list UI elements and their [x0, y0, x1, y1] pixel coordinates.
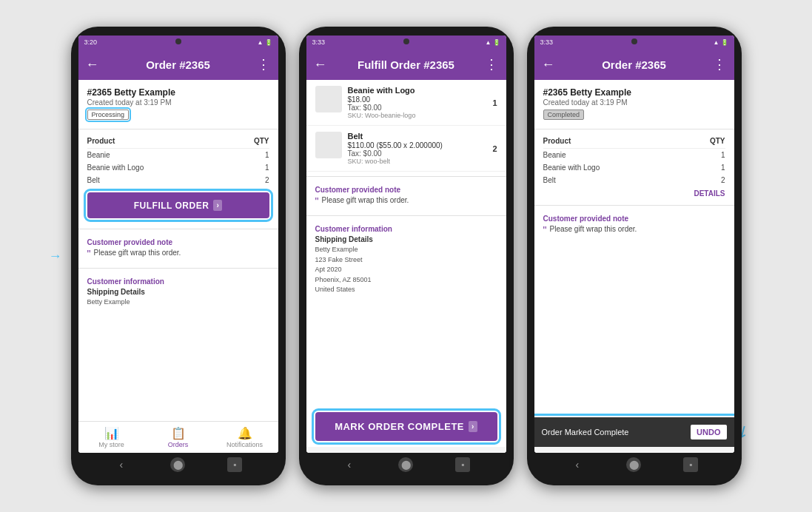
completed-status-badge: Completed	[543, 110, 585, 120]
order-info: #2365 Betty Example Created today at 3:1…	[78, 80, 278, 124]
screen-content-2: Beanie with Logo $18.00 Tax: $0.00 SKU: …	[306, 80, 506, 453]
phone-device-1: 3:20 ▲ 🔋 ← Order #2365 ⋮ #2365 Betty Exa…	[71, 27, 286, 485]
home-nav-btn[interactable]: ⬤	[170, 457, 185, 472]
recents-nav-btn-2[interactable]: ▪	[455, 457, 470, 472]
snackbar-message: Order Marked Complete	[542, 428, 629, 437]
phone-2: 3:33 ▲ 🔋 ← Fulfill Order #2365 ⋮ Beanie …	[299, 27, 514, 485]
phone-screen-3: 3:33 ▲ 🔋 ← Order #2365 ⋮ #2365 Betty Exa…	[534, 36, 734, 453]
table-row: Beanie with Logo 1	[543, 161, 725, 174]
customer-note-title: Customer provided note	[87, 238, 269, 246]
status-icons-2: ▲ 🔋	[486, 39, 500, 46]
wifi-icon-3: ▲	[714, 39, 719, 46]
recents-nav-btn[interactable]: ▪	[227, 457, 242, 472]
table-row: Beanie 1	[87, 149, 269, 161]
customer-note-text: " Please gift wrap this order.	[87, 249, 269, 259]
phone-3: ↙ 3:33 ▲ 🔋 ← Order #2365 ⋮ #2365 Betty E…	[527, 27, 742, 485]
mark-complete-button[interactable]: MARK ORDER COMPLETE ›	[315, 412, 497, 441]
undo-button[interactable]: UNDO	[691, 425, 726, 439]
order-date-3: Created today at 3:19 PM	[543, 98, 725, 107]
android-nav-bar-3: ‹ ⬤ ▪	[534, 453, 734, 476]
order-name-3: #2365 Betty Example	[543, 87, 725, 98]
customer-note-text-3: " Please gift wrap this order.	[543, 225, 725, 235]
home-nav-btn-2[interactable]: ⬤	[398, 457, 413, 472]
back-button-2[interactable]: ←	[314, 57, 327, 73]
product-name: Beanie	[543, 151, 566, 159]
divider-p3-2	[534, 205, 734, 206]
snackbar: Order Marked Complete UNDO	[534, 417, 734, 447]
item-qty-1: 1	[492, 98, 497, 107]
screen-content-1: #2365 Betty Example Created today at 3:1…	[78, 80, 278, 453]
app-bar-title: Order #2365	[146, 58, 210, 71]
shipping-address: Betty Example	[87, 297, 269, 308]
nav-notifications[interactable]: 🔔 Notifications	[212, 426, 278, 448]
phone-camera	[175, 38, 181, 44]
item-info-2: Belt $110.00 ($55.00 x 2.000000) Tax: $0…	[348, 132, 487, 165]
divider-3	[78, 268, 278, 269]
customer-info-2: Customer information Shipping Details Be…	[306, 220, 506, 300]
back-nav-btn-3[interactable]: ‹	[570, 457, 585, 472]
fulfill-order-button[interactable]: FULFILL ORDER ›	[87, 192, 269, 218]
menu-button[interactable]: ⋮	[257, 56, 270, 73]
divider-p3-1	[534, 129, 734, 129]
home-nav-btn-3[interactable]: ⬤	[626, 457, 641, 472]
shipping-title-2: Shipping Details	[315, 235, 497, 243]
table-row: Beanie 1	[543, 149, 725, 161]
status-time: 3:20	[84, 38, 98, 46]
back-button-3[interactable]: ←	[542, 57, 555, 73]
nav-orders[interactable]: 📋 Orders	[145, 426, 212, 448]
customer-note-title-2: Customer provided note	[315, 186, 497, 194]
quote-icon: "	[87, 249, 91, 259]
notifications-icon: 🔔	[238, 426, 252, 440]
app-bar-title-2: Fulfill Order #2365	[358, 58, 454, 71]
customer-note-3: Customer provided note " Please gift wra…	[534, 210, 734, 240]
product-qty: 1	[265, 151, 269, 159]
wifi-icon-2: ▲	[486, 39, 491, 46]
divider-1	[78, 129, 278, 129]
product-qty: 1	[721, 151, 725, 159]
phone-device-3: 3:33 ▲ 🔋 ← Order #2365 ⋮ #2365 Betty Exa…	[527, 27, 742, 485]
bottom-nav: 📊 My store 📋 Orders 🔔 Notifications	[78, 421, 278, 453]
phone-device-2: 3:33 ▲ 🔋 ← Fulfill Order #2365 ⋮ Beanie …	[299, 27, 514, 485]
nav-my-store[interactable]: 📊 My store	[78, 426, 145, 448]
snackbar-container: Order Marked Complete UNDO	[534, 417, 734, 447]
product-name: Belt	[543, 176, 556, 184]
status-icons-3: ▲ 🔋	[714, 39, 728, 46]
customer-note-section: Customer provided note " Please gift wra…	[78, 234, 278, 263]
item-sku-2: SKU: woo-belt	[348, 158, 487, 165]
processing-status-badge: Processing	[87, 110, 130, 120]
app-bar-title-3: Order #2365	[602, 58, 666, 71]
col-product-3: Product	[543, 137, 571, 145]
complete-arrow-icon: ›	[469, 421, 477, 432]
item-image-1	[315, 86, 342, 112]
col-product: Product	[87, 137, 115, 145]
order-info-3: #2365 Betty Example Created today at 3:1…	[534, 80, 734, 124]
menu-button-3[interactable]: ⋮	[713, 56, 726, 73]
item-sku-1: SKU: Woo-beanie-logo	[348, 112, 487, 119]
item-tax-2: Tax: $0.00	[348, 149, 487, 158]
back-nav-btn[interactable]: ‹	[114, 457, 129, 472]
button-arrow-icon: ›	[213, 200, 222, 211]
item-info-1: Beanie with Logo $18.00 Tax: $0.00 SKU: …	[348, 86, 487, 119]
product-qty: 1	[721, 164, 725, 172]
recents-nav-btn-3[interactable]: ▪	[683, 457, 698, 472]
phone-1: → 3:20 ▲ 🔋 ← Order #2365 ⋮ #2365 Betty E…	[71, 27, 286, 485]
product-table-1: Product QTY Beanie 1 Beanie with Logo 1 …	[78, 134, 278, 186]
back-nav-btn-2[interactable]: ‹	[342, 457, 357, 472]
back-button[interactable]: ←	[86, 57, 99, 73]
col-qty: QTY	[254, 137, 269, 145]
product-qty: 2	[721, 176, 725, 184]
details-link[interactable]: DETAILS	[534, 186, 734, 201]
fulfill-item-1: Beanie with Logo $18.00 Tax: $0.00 SKU: …	[306, 80, 506, 126]
quote-icon-3: "	[543, 225, 547, 235]
battery-icon-3: 🔋	[721, 39, 728, 46]
table-row: Beanie with Logo 1	[87, 161, 269, 174]
divider-p2-1	[306, 176, 506, 177]
table-row: Belt 2	[543, 174, 725, 186]
fulfill-item-2: Belt $110.00 ($55.00 x 2.000000) Tax: $0…	[306, 126, 506, 172]
col-qty-3: QTY	[710, 137, 725, 145]
android-nav-bar: ‹ ⬤ ▪	[78, 453, 278, 476]
menu-button-2[interactable]: ⋮	[485, 56, 498, 73]
status-time-3: 3:33	[540, 38, 554, 46]
order-name: #2365 Betty Example	[87, 87, 269, 98]
product-name: Belt	[87, 176, 100, 184]
